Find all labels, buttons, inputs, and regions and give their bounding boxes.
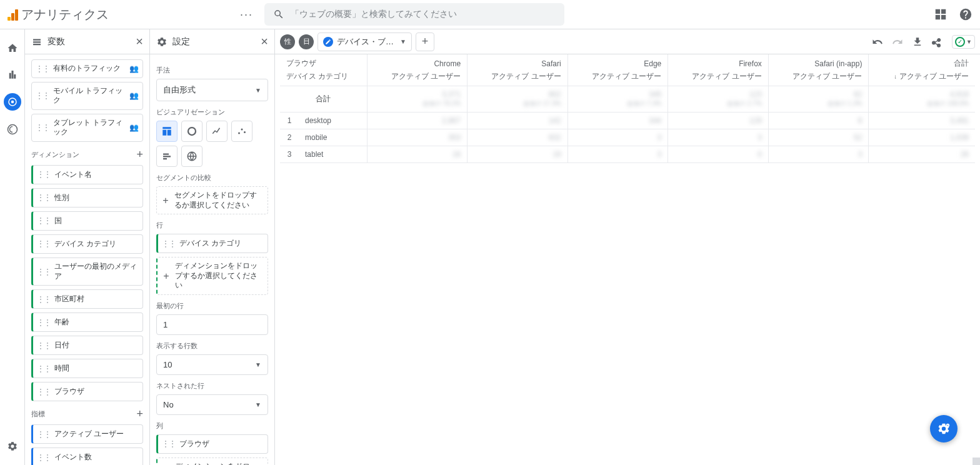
svg-text:+: + — [947, 424, 949, 427]
people-icon: 👥 — [129, 91, 139, 100]
settings-panel: 設定 × 手法 自由形式▼ ビジュアリゼーション セグメントの比較 +セグメント… — [150, 29, 275, 465]
dimension-chip[interactable]: ⋮⋮イベント名 — [31, 165, 143, 184]
data-table: ブラウザ Chrome Safari Edge Firefox Safari (… — [280, 54, 975, 163]
dimension-chip[interactable]: ⋮⋮国 — [31, 211, 143, 231]
status-indicator[interactable]: ✓▼ — [952, 35, 975, 49]
gear-icon — [156, 36, 168, 48]
rows-dropzone[interactable]: +ディメンションをドロップするか選択してください — [156, 257, 268, 295]
redo-icon[interactable] — [892, 36, 903, 48]
dimensions-label: ディメンション — [31, 150, 79, 159]
col-edge[interactable]: Edge — [568, 54, 668, 70]
help-icon[interactable] — [959, 8, 972, 21]
cols-dropzone[interactable]: +ディメンションをドロップするか選択してください — [156, 458, 268, 465]
chevron-down-icon: ▼ — [255, 361, 261, 368]
col-safari-inapp[interactable]: Safari (in-app) — [768, 54, 869, 70]
table-row[interactable]: 2mobile 35363233521,039 — [280, 129, 975, 146]
chevron-down-icon: ▼ — [400, 38, 406, 45]
metric-chip[interactable]: ⋮⋮イベント数 — [31, 448, 143, 465]
ga-logo: アナリティクス — [8, 6, 109, 23]
svg-point-6 — [188, 128, 196, 135]
rail-explore[interactable] — [4, 93, 21, 111]
cols-dimension[interactable]: ⋮⋮ブラウザ — [156, 434, 268, 454]
layers-icon — [31, 36, 42, 48]
show-rows-select[interactable]: 10▼ — [156, 354, 268, 375]
dimension-chip[interactable]: ⋮⋮日付 — [31, 336, 143, 355]
rail-home[interactable] — [5, 41, 20, 56]
col-total[interactable]: 合計 — [869, 54, 975, 70]
viz-scatter[interactable] — [231, 121, 252, 142]
rail-admin[interactable] — [5, 439, 20, 454]
dimension-chip[interactable]: ⋮⋮ブラウザ — [31, 382, 143, 401]
more-icon[interactable]: ··· — [240, 8, 253, 21]
segment-dropzone[interactable]: +セグメントをドロップするか選択してください — [156, 186, 268, 214]
svg-rect-2 — [936, 15, 940, 19]
seg-compare-label: セグメントの比較 — [156, 173, 268, 182]
svg-point-8 — [241, 129, 243, 131]
table-row[interactable]: 1desktop 2,86714234412963,491 — [280, 112, 975, 129]
people-icon: 👥 — [129, 64, 139, 73]
dimension-chip[interactable]: ⋮⋮市区町村 — [31, 289, 143, 309]
close-settings[interactable]: × — [261, 34, 268, 49]
variables-title: 変数 — [48, 36, 65, 48]
col-firefox[interactable]: Firefox — [668, 54, 769, 70]
close-variables[interactable]: × — [136, 34, 143, 49]
col-safari[interactable]: Safari — [468, 54, 568, 70]
nested-select[interactable]: No▼ — [156, 394, 268, 415]
viz-bar[interactable] — [156, 146, 178, 167]
search-icon — [273, 9, 284, 20]
segment-chip[interactable]: ⋮⋮有料のトラフィック👥 — [31, 59, 143, 78]
col-chrome[interactable]: Chrome — [367, 54, 468, 70]
viz-table[interactable] — [156, 121, 178, 142]
rows-dimension[interactable]: ⋮⋮デバイス カテゴリ — [156, 234, 268, 253]
rail-advertising[interactable] — [5, 122, 20, 137]
svg-rect-1 — [941, 9, 946, 14]
metrics-label: 指標 — [31, 409, 45, 419]
first-row-input[interactable]: 1 — [156, 314, 268, 335]
workspaces-icon[interactable] — [934, 8, 948, 21]
viz-line[interactable] — [206, 121, 228, 142]
app-title: アナリティクス — [21, 6, 109, 23]
dimension-chip[interactable]: ⋮⋮年齢 — [31, 312, 143, 332]
ga-logo-icon — [8, 8, 19, 21]
cols-label: 列 — [156, 421, 268, 431]
dimension-chip[interactable]: ⋮⋮デバイス カテゴリ — [31, 234, 143, 254]
show-rows-label: 表示する行数 — [156, 341, 268, 351]
col-browser: ブラウザ — [280, 54, 367, 70]
tab-chip-2[interactable]: 日 — [299, 34, 314, 49]
viz-geo[interactable] — [181, 146, 202, 167]
svg-point-9 — [244, 131, 246, 133]
edit-icon — [323, 37, 333, 47]
tab-bar: 性 日 デバイス・ブ… ▼ + ✓▼ — [275, 29, 980, 54]
tab-chip-1[interactable]: 性 — [280, 34, 295, 49]
add-metric[interactable]: + — [136, 408, 143, 421]
add-dimension[interactable]: + — [136, 148, 143, 161]
table-row[interactable]: 3tablet 161930326 — [280, 146, 975, 163]
metric-chip[interactable]: ⋮⋮アクティブ ユーザー — [31, 424, 143, 444]
dimension-chip[interactable]: ⋮⋮ユーザーの最初のメディア — [31, 258, 143, 286]
viz-label: ビジュアリゼーション — [156, 108, 268, 117]
chevron-down-icon: ▼ — [255, 401, 261, 408]
nested-label: ネストされた行 — [156, 381, 268, 391]
segment-chip[interactable]: ⋮⋮タブレット トラフィック👥 — [31, 114, 143, 142]
insights-fab[interactable]: + — [930, 415, 958, 442]
active-tab[interactable]: デバイス・ブ… ▼ — [318, 32, 412, 51]
add-tab[interactable]: + — [416, 32, 434, 51]
viz-donut[interactable] — [181, 121, 202, 142]
search-box[interactable]: 「ウェブの概要」と検索してみてください — [264, 3, 564, 26]
rows-label: 行 — [156, 221, 268, 230]
svg-point-5 — [11, 101, 14, 104]
undo-icon[interactable] — [872, 36, 883, 48]
chevron-down-icon: ▼ — [255, 87, 261, 94]
svg-rect-3 — [941, 15, 946, 19]
method-select[interactable]: 自由形式▼ — [156, 79, 268, 101]
download-icon[interactable] — [912, 36, 923, 48]
sort-column[interactable]: ↓ アクティブ ユーザー — [869, 70, 975, 86]
share-icon[interactable] — [932, 36, 943, 48]
variables-panel: 変数 × ⋮⋮有料のトラフィック👥 ⋮⋮モバイル トラフィック👥 ⋮⋮タブレット… — [25, 29, 150, 465]
segment-chip[interactable]: ⋮⋮モバイル トラフィック👥 — [31, 82, 143, 110]
dimension-chip[interactable]: ⋮⋮時間 — [31, 359, 143, 378]
dimension-chip[interactable]: ⋮⋮性別 — [31, 188, 143, 208]
top-bar: アナリティクス ··· 「ウェブの概要」と検索してみてください — [0, 0, 980, 29]
col-device: デバイス カテゴリ — [280, 70, 367, 86]
rail-reports[interactable] — [5, 67, 20, 82]
